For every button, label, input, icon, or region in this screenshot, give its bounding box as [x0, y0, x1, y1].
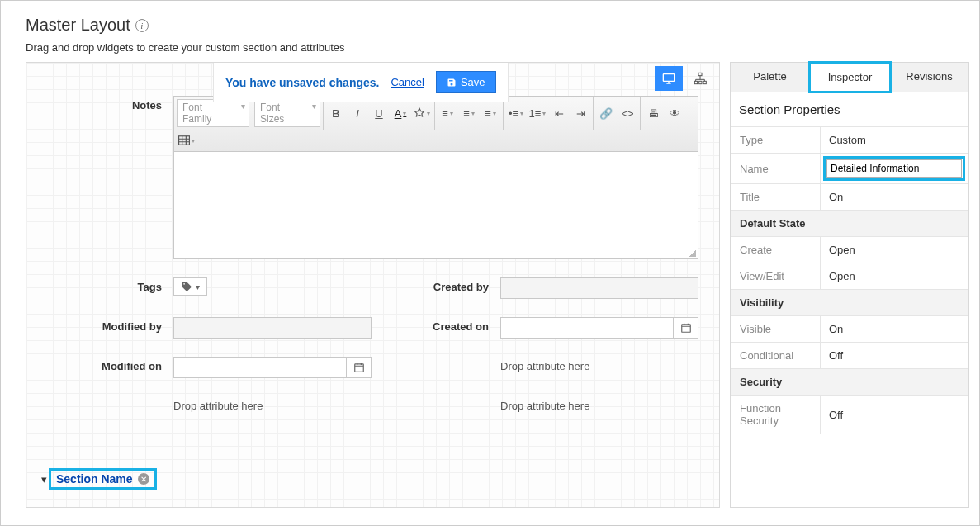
prop-name-input[interactable]: [826, 159, 962, 178]
tags-control[interactable]: ▾: [173, 277, 207, 296]
indent-right-button[interactable]: ⇥: [571, 104, 589, 122]
svg-rect-7: [354, 364, 363, 372]
collapse-caret-icon[interactable]: ▾: [41, 473, 47, 486]
drop-attribute-zone[interactable]: Drop attribute here: [173, 396, 372, 412]
tag-icon: [181, 281, 192, 292]
unsaved-changes-bar: You have unsaved changes. Cancel Save: [213, 63, 509, 102]
unsaved-message: You have unsaved changes.: [225, 76, 379, 89]
italic-button[interactable]: I: [348, 104, 367, 122]
group-security: Security: [731, 369, 968, 396]
page-title: Master Layout i: [26, 16, 954, 35]
label-modified-on: Modified on: [43, 357, 167, 372]
notes-textarea[interactable]: [173, 152, 698, 259]
prop-conditional-value[interactable]: Off: [821, 343, 968, 369]
drop-attribute-zone[interactable]: Drop attribute here: [500, 396, 698, 412]
align-center-button[interactable]: ≡: [460, 104, 478, 122]
table-row: Default State: [731, 211, 968, 237]
label-created-by: Created by: [378, 277, 494, 293]
prop-visible-label: Visible: [731, 316, 821, 343]
prop-viewedit-label: View/Edit: [731, 263, 821, 290]
monitor-icon: [660, 72, 677, 85]
prop-title-label: Title: [731, 184, 821, 211]
section-name-text: Section Name: [56, 472, 133, 486]
save-button-label: Save: [461, 76, 485, 88]
prop-create-label: Create: [731, 237, 821, 263]
tab-revisions[interactable]: Revisions: [890, 63, 968, 92]
desktop-view-button[interactable]: [655, 66, 683, 91]
prop-funcsec-value[interactable]: Off: [821, 396, 968, 434]
notes-editor[interactable]: Font Family Font Sizes B I U A: [173, 96, 698, 259]
properties-table: Type Custom Name Title On Default State: [731, 126, 968, 434]
prop-funcsec-label: Function Security: [731, 396, 821, 434]
prop-create-value[interactable]: Open: [821, 237, 968, 263]
link-button[interactable]: 🔗: [597, 104, 615, 122]
font-size-select[interactable]: Font Sizes: [254, 99, 320, 127]
bold-button[interactable]: B: [327, 104, 345, 122]
prop-conditional-label: Conditional: [731, 343, 821, 369]
modified-by-input[interactable]: [173, 317, 372, 339]
svg-rect-5: [179, 136, 190, 145]
number-list-button[interactable]: 1≡: [528, 104, 547, 122]
prop-type-label: Type: [731, 127, 821, 154]
info-icon[interactable]: i: [135, 19, 149, 32]
table-row: Conditional Off: [731, 343, 968, 369]
outdent-button[interactable]: ⇤: [550, 104, 568, 122]
highlight-icon: [414, 107, 425, 119]
label-created-on: Created on: [378, 317, 494, 333]
section-name-selected[interactable]: Section Name ✕: [49, 468, 157, 490]
sidebar-tabs: Palette Inspector Revisions: [731, 63, 968, 92]
drop-attribute-zone[interactable]: Drop attribute here: [173, 505, 372, 508]
tab-inspector[interactable]: Inspector: [808, 61, 892, 93]
richtext-toolbar: Font Family Font Sizes B I U A: [173, 96, 698, 152]
drop-attribute-zone[interactable]: Drop attribute here: [500, 505, 698, 508]
created-on-input[interactable]: [500, 317, 674, 339]
prop-visible-value[interactable]: On: [821, 316, 968, 343]
table-row: Function Security Off: [731, 396, 968, 434]
sitemap-icon: [692, 72, 708, 85]
layout-canvas[interactable]: You have unsaved changes. Cancel Save No…: [26, 62, 720, 508]
group-visibility: Visibility: [731, 290, 968, 316]
align-left-button[interactable]: ≡: [438, 104, 457, 122]
table-row: View/Edit Open: [731, 263, 968, 290]
section-properties-title: Section Properties: [731, 92, 968, 126]
preview-button[interactable]: 👁: [665, 104, 684, 122]
font-family-select[interactable]: Font Family: [177, 99, 249, 127]
created-by-input[interactable]: [500, 277, 698, 299]
remove-section-button[interactable]: ✕: [138, 473, 149, 485]
code-button[interactable]: <>: [618, 104, 637, 122]
label-modified-by: Modified by: [43, 317, 167, 333]
structure-view-button[interactable]: [686, 66, 714, 91]
modified-on-input[interactable]: [173, 357, 347, 378]
bullet-list-button[interactable]: •≡: [507, 104, 525, 122]
underline-button[interactable]: U: [370, 104, 388, 122]
table-row: Visible On: [731, 316, 968, 343]
prop-viewedit-value[interactable]: Open: [821, 263, 968, 290]
created-on-datepicker[interactable]: [674, 317, 698, 339]
table-row: Create Open: [731, 237, 968, 263]
section-header[interactable]: ▾ Section Name ✕: [41, 468, 719, 490]
table-row: Title On: [731, 184, 968, 211]
svg-rect-3: [699, 81, 702, 83]
tab-palette[interactable]: Palette: [731, 63, 810, 92]
print-button[interactable]: 🖶: [644, 104, 662, 122]
highlight-button[interactable]: [413, 104, 431, 122]
cancel-link[interactable]: Cancel: [391, 76, 424, 88]
prop-title-value[interactable]: On: [821, 184, 968, 211]
table-button[interactable]: [178, 131, 196, 149]
text-color-button[interactable]: A: [391, 104, 410, 122]
calendar-icon: [353, 362, 365, 373]
svg-rect-0: [663, 74, 674, 82]
group-default-state: Default State: [731, 211, 968, 237]
drop-attribute-zone[interactable]: Drop attribute here: [500, 357, 698, 372]
prop-name-highlight: [823, 156, 965, 181]
modified-on-datepicker[interactable]: [347, 357, 372, 378]
device-toggle: [655, 66, 714, 91]
svg-rect-1: [698, 73, 702, 75]
save-icon: [447, 78, 457, 88]
prop-type-value[interactable]: Custom: [821, 127, 968, 154]
save-button[interactable]: Save: [436, 71, 496, 93]
prop-name-label: Name: [731, 154, 821, 184]
indent-button[interactable]: ≡: [481, 104, 499, 122]
label-tags: Tags: [43, 277, 167, 293]
calendar-icon: [680, 322, 692, 334]
